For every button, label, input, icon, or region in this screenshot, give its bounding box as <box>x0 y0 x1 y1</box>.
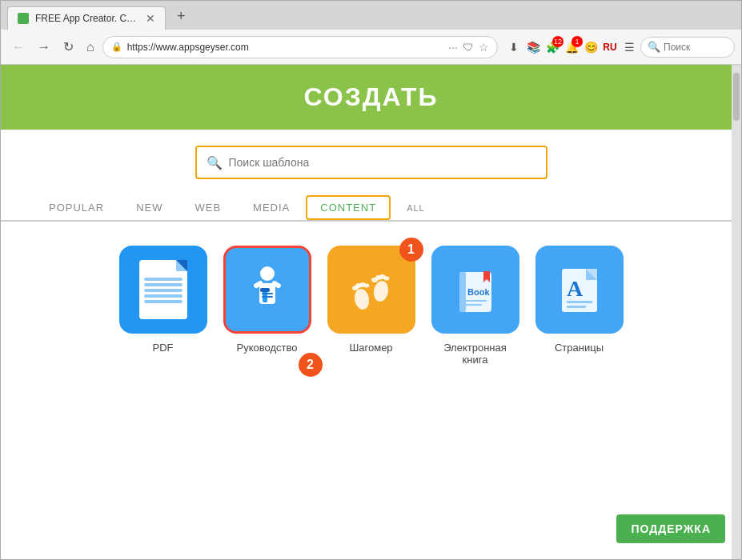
svg-text:Book: Book <box>467 287 490 297</box>
svg-text:A: A <box>567 276 584 301</box>
pages-icon-bg: A <box>535 246 624 334</box>
forward-button[interactable]: → <box>33 37 55 58</box>
account-icon[interactable]: 😊 <box>583 39 599 55</box>
browser-frame: FREE App Creator. Create Apps ✕ + ← → ↻ … <box>0 0 742 560</box>
manual-icon-bg <box>223 246 311 334</box>
pages-svg: A <box>551 261 608 318</box>
pedometer-icon-bg <box>327 246 415 334</box>
pdf-line-3 <box>144 289 182 292</box>
svg-rect-28 <box>567 301 592 303</box>
svg-rect-23 <box>464 304 482 306</box>
tab-favicon <box>18 13 29 24</box>
more-options-icon[interactable]: ··· <box>448 41 458 54</box>
ebook-svg: Book <box>445 260 505 320</box>
app-pages-label: Страницы <box>555 342 604 354</box>
category-tabs: POPULAR NEW WEB MEDIA CONTENT ALL <box>1 195 741 222</box>
pdf-doc-shape <box>139 260 187 319</box>
support-button[interactable]: ПОДДЕРЖКА <box>616 514 725 543</box>
back-button[interactable]: ← <box>7 37 30 58</box>
tab-title: FREE App Creator. Create Apps <box>35 13 139 24</box>
bookmark-icon[interactable]: ☆ <box>479 41 489 54</box>
app-ebook-label: Электронная книга <box>443 342 507 366</box>
lock-icon: 🔒 <box>111 42 122 52</box>
svg-rect-22 <box>464 300 487 302</box>
menu-icon[interactable]: ☰ <box>621 39 637 55</box>
template-search-box[interactable]: 🔍 <box>195 146 547 179</box>
footprint-svg <box>339 258 403 322</box>
extensions-badge[interactable]: 🧩 12 <box>544 39 560 55</box>
svg-rect-5 <box>260 288 270 292</box>
search-mag-icon: 🔍 <box>207 155 223 170</box>
page-content: СОЗДАТЬ 🔍 POPULAR NEW WEB MEDIA CONTENT … <box>1 65 741 559</box>
search-icon: 🔍 <box>648 41 660 53</box>
tab-all[interactable]: ALL <box>391 197 441 219</box>
address-bar[interactable]: 🔒 https://www.appsgeyser.com ··· 🛡 ☆ <box>102 36 498 58</box>
manual-svg <box>239 261 296 318</box>
pdf-line-1 <box>144 278 182 281</box>
pdf-icon-bg <box>119 246 207 334</box>
tab-content[interactable]: CONTENT <box>306 195 391 220</box>
svg-point-0 <box>260 266 275 281</box>
home-button[interactable]: ⌂ <box>82 37 99 58</box>
badge-1: 1 <box>399 238 423 262</box>
ebook-icon-bg: Book <box>431 246 519 334</box>
browser-search-box[interactable]: 🔍 <box>640 37 735 58</box>
alert-badge[interactable]: 🔔 1 <box>564 39 580 55</box>
svg-point-13 <box>371 280 389 303</box>
browser-tab[interactable]: FREE App Creator. Create Apps ✕ <box>7 6 166 30</box>
new-tab-button[interactable]: + <box>169 3 194 30</box>
pdf-line-5 <box>144 300 182 303</box>
app-pedometer-label: Шагомер <box>349 342 392 354</box>
pdf-line-2 <box>144 283 182 286</box>
browser-search-input[interactable] <box>664 42 728 53</box>
page-title: СОЗДАТЬ <box>18 82 724 112</box>
shield-icon: 🛡 <box>463 41 474 54</box>
template-search-input[interactable] <box>229 156 536 169</box>
app-pdf[interactable]: PDF <box>119 246 207 366</box>
tab-web[interactable]: WEB <box>178 195 237 220</box>
scrollbar-thumb[interactable] <box>733 73 740 121</box>
app-pedometer[interactable]: 1 Шагомер <box>327 246 415 366</box>
svg-rect-19 <box>459 272 466 312</box>
ru-flag-icon[interactable]: RU <box>602 39 618 55</box>
apps-grid: PDF <box>1 222 741 390</box>
refresh-button[interactable]: ↻ <box>58 36 78 58</box>
scrollbar[interactable] <box>732 65 741 559</box>
app-ebook[interactable]: Book Электронная книга <box>431 246 519 366</box>
svg-rect-6 <box>262 293 273 294</box>
search-container: 🔍 <box>1 130 741 195</box>
svg-rect-29 <box>567 306 586 308</box>
download-icon[interactable]: ⬇ <box>506 39 522 55</box>
pdf-line-4 <box>144 294 182 298</box>
tab-new[interactable]: NEW <box>120 195 178 220</box>
tab-close-button[interactable]: ✕ <box>146 12 155 25</box>
svg-rect-7 <box>262 296 273 298</box>
app-manual-label: Руководство <box>237 342 298 354</box>
url-display: https://www.appsgeyser.com <box>127 42 444 53</box>
library-icon[interactable]: 📚 <box>525 39 541 55</box>
page-header: СОЗДАТЬ <box>1 65 741 130</box>
app-manual[interactable]: 2 Руководство <box>223 246 311 366</box>
svg-point-8 <box>352 288 370 311</box>
tab-popular[interactable]: POPULAR <box>33 195 120 220</box>
app-pages[interactable]: A Страницы <box>535 246 624 366</box>
app-pdf-label: PDF <box>153 342 174 354</box>
toolbar-icons: ⬇ 📚 🧩 12 🔔 1 😊 RU ☰ <box>506 39 637 55</box>
browser-toolbar: ← → ↻ ⌂ 🔒 https://www.appsgeyser.com ···… <box>1 30 741 65</box>
tab-bar: FREE App Creator. Create Apps ✕ + <box>1 1 741 30</box>
badge-2: 2 <box>299 353 323 377</box>
tab-media[interactable]: MEDIA <box>237 195 306 220</box>
